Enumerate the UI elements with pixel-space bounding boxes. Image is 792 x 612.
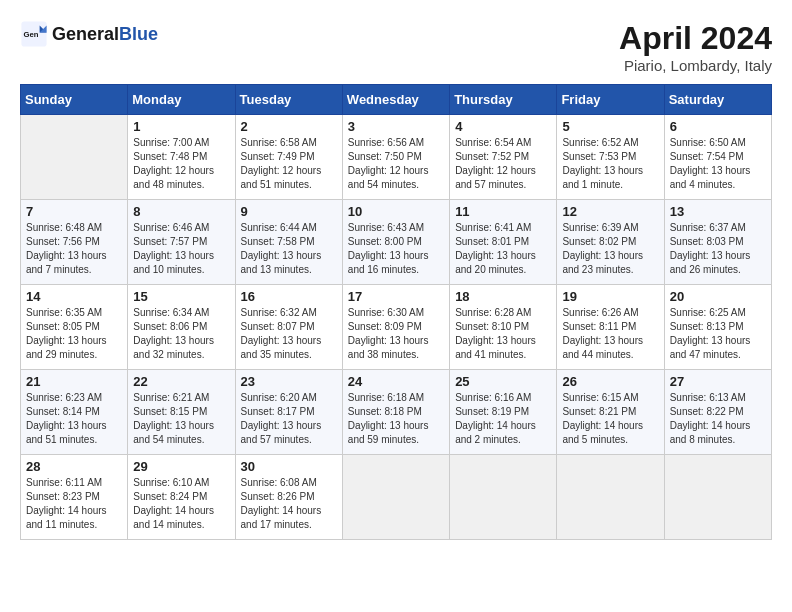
- day-info: Sunrise: 6:08 AMSunset: 8:26 PMDaylight:…: [241, 476, 337, 532]
- day-number: 23: [241, 374, 337, 389]
- day-info: Sunrise: 6:39 AMSunset: 8:02 PMDaylight:…: [562, 221, 658, 277]
- week-row-1: 7 Sunrise: 6:48 AMSunset: 7:56 PMDayligh…: [21, 200, 772, 285]
- day-number: 3: [348, 119, 444, 134]
- day-info: Sunrise: 6:54 AMSunset: 7:52 PMDaylight:…: [455, 136, 551, 192]
- day-cell: 23 Sunrise: 6:20 AMSunset: 8:17 PMDaylig…: [235, 370, 342, 455]
- day-info: Sunrise: 6:21 AMSunset: 8:15 PMDaylight:…: [133, 391, 229, 447]
- day-cell: 2 Sunrise: 6:58 AMSunset: 7:49 PMDayligh…: [235, 115, 342, 200]
- day-info: Sunrise: 6:28 AMSunset: 8:10 PMDaylight:…: [455, 306, 551, 362]
- header-area: Gen GeneralBlue April 2024 Piario, Lomba…: [20, 20, 772, 74]
- day-cell: [342, 455, 449, 540]
- day-cell: 7 Sunrise: 6:48 AMSunset: 7:56 PMDayligh…: [21, 200, 128, 285]
- day-number: 24: [348, 374, 444, 389]
- day-number: 29: [133, 459, 229, 474]
- day-info: Sunrise: 6:23 AMSunset: 8:14 PMDaylight:…: [26, 391, 122, 447]
- day-info: Sunrise: 6:32 AMSunset: 8:07 PMDaylight:…: [241, 306, 337, 362]
- logo-icon: Gen: [20, 20, 48, 48]
- header-cell-friday: Friday: [557, 85, 664, 115]
- day-number: 17: [348, 289, 444, 304]
- day-info: Sunrise: 6:10 AMSunset: 8:24 PMDaylight:…: [133, 476, 229, 532]
- header-cell-thursday: Thursday: [450, 85, 557, 115]
- day-cell: 9 Sunrise: 6:44 AMSunset: 7:58 PMDayligh…: [235, 200, 342, 285]
- day-cell: [664, 455, 771, 540]
- day-number: 9: [241, 204, 337, 219]
- day-number: 22: [133, 374, 229, 389]
- day-cell: 17 Sunrise: 6:30 AMSunset: 8:09 PMDaylig…: [342, 285, 449, 370]
- day-number: 21: [26, 374, 122, 389]
- day-info: Sunrise: 6:26 AMSunset: 8:11 PMDaylight:…: [562, 306, 658, 362]
- day-info: Sunrise: 6:48 AMSunset: 7:56 PMDaylight:…: [26, 221, 122, 277]
- day-number: 4: [455, 119, 551, 134]
- header-cell-wednesday: Wednesday: [342, 85, 449, 115]
- header-cell-tuesday: Tuesday: [235, 85, 342, 115]
- week-row-0: 1 Sunrise: 7:00 AMSunset: 7:48 PMDayligh…: [21, 115, 772, 200]
- day-info: Sunrise: 6:41 AMSunset: 8:01 PMDaylight:…: [455, 221, 551, 277]
- calendar-table: SundayMondayTuesdayWednesdayThursdayFrid…: [20, 84, 772, 540]
- day-number: 1: [133, 119, 229, 134]
- day-number: 25: [455, 374, 551, 389]
- day-info: Sunrise: 6:16 AMSunset: 8:19 PMDaylight:…: [455, 391, 551, 447]
- day-cell: 5 Sunrise: 6:52 AMSunset: 7:53 PMDayligh…: [557, 115, 664, 200]
- day-cell: 6 Sunrise: 6:50 AMSunset: 7:54 PMDayligh…: [664, 115, 771, 200]
- day-cell: 24 Sunrise: 6:18 AMSunset: 8:18 PMDaylig…: [342, 370, 449, 455]
- day-info: Sunrise: 6:25 AMSunset: 8:13 PMDaylight:…: [670, 306, 766, 362]
- day-cell: 26 Sunrise: 6:15 AMSunset: 8:21 PMDaylig…: [557, 370, 664, 455]
- day-cell: 12 Sunrise: 6:39 AMSunset: 8:02 PMDaylig…: [557, 200, 664, 285]
- day-info: Sunrise: 6:44 AMSunset: 7:58 PMDaylight:…: [241, 221, 337, 277]
- day-number: 2: [241, 119, 337, 134]
- day-cell: [557, 455, 664, 540]
- day-cell: 15 Sunrise: 6:34 AMSunset: 8:06 PMDaylig…: [128, 285, 235, 370]
- svg-text:Gen: Gen: [24, 30, 39, 39]
- day-info: Sunrise: 6:15 AMSunset: 8:21 PMDaylight:…: [562, 391, 658, 447]
- day-cell: 10 Sunrise: 6:43 AMSunset: 8:00 PMDaylig…: [342, 200, 449, 285]
- day-cell: 3 Sunrise: 6:56 AMSunset: 7:50 PMDayligh…: [342, 115, 449, 200]
- day-cell: 19 Sunrise: 6:26 AMSunset: 8:11 PMDaylig…: [557, 285, 664, 370]
- day-cell: 11 Sunrise: 6:41 AMSunset: 8:01 PMDaylig…: [450, 200, 557, 285]
- day-number: 18: [455, 289, 551, 304]
- day-cell: [21, 115, 128, 200]
- day-number: 28: [26, 459, 122, 474]
- day-number: 5: [562, 119, 658, 134]
- day-cell: 4 Sunrise: 6:54 AMSunset: 7:52 PMDayligh…: [450, 115, 557, 200]
- day-info: Sunrise: 6:37 AMSunset: 8:03 PMDaylight:…: [670, 221, 766, 277]
- day-info: Sunrise: 6:35 AMSunset: 8:05 PMDaylight:…: [26, 306, 122, 362]
- week-row-3: 21 Sunrise: 6:23 AMSunset: 8:14 PMDaylig…: [21, 370, 772, 455]
- header-cell-monday: Monday: [128, 85, 235, 115]
- day-number: 7: [26, 204, 122, 219]
- day-number: 8: [133, 204, 229, 219]
- day-cell: 30 Sunrise: 6:08 AMSunset: 8:26 PMDaylig…: [235, 455, 342, 540]
- location-subtitle: Piario, Lombardy, Italy: [619, 57, 772, 74]
- day-cell: 18 Sunrise: 6:28 AMSunset: 8:10 PMDaylig…: [450, 285, 557, 370]
- day-info: Sunrise: 7:00 AMSunset: 7:48 PMDaylight:…: [133, 136, 229, 192]
- day-cell: 13 Sunrise: 6:37 AMSunset: 8:03 PMDaylig…: [664, 200, 771, 285]
- day-cell: 1 Sunrise: 7:00 AMSunset: 7:48 PMDayligh…: [128, 115, 235, 200]
- day-info: Sunrise: 6:50 AMSunset: 7:54 PMDaylight:…: [670, 136, 766, 192]
- title-area: April 2024 Piario, Lombardy, Italy: [619, 20, 772, 74]
- day-info: Sunrise: 6:58 AMSunset: 7:49 PMDaylight:…: [241, 136, 337, 192]
- day-number: 30: [241, 459, 337, 474]
- day-number: 10: [348, 204, 444, 219]
- day-info: Sunrise: 6:11 AMSunset: 8:23 PMDaylight:…: [26, 476, 122, 532]
- day-number: 19: [562, 289, 658, 304]
- month-title: April 2024: [619, 20, 772, 57]
- day-info: Sunrise: 6:56 AMSunset: 7:50 PMDaylight:…: [348, 136, 444, 192]
- day-info: Sunrise: 6:34 AMSunset: 8:06 PMDaylight:…: [133, 306, 229, 362]
- day-info: Sunrise: 6:20 AMSunset: 8:17 PMDaylight:…: [241, 391, 337, 447]
- day-number: 16: [241, 289, 337, 304]
- day-info: Sunrise: 6:30 AMSunset: 8:09 PMDaylight:…: [348, 306, 444, 362]
- header-cell-saturday: Saturday: [664, 85, 771, 115]
- logo: Gen GeneralBlue: [20, 20, 158, 48]
- day-cell: 20 Sunrise: 6:25 AMSunset: 8:13 PMDaylig…: [664, 285, 771, 370]
- day-info: Sunrise: 6:46 AMSunset: 7:57 PMDaylight:…: [133, 221, 229, 277]
- day-info: Sunrise: 6:43 AMSunset: 8:00 PMDaylight:…: [348, 221, 444, 277]
- day-cell: 14 Sunrise: 6:35 AMSunset: 8:05 PMDaylig…: [21, 285, 128, 370]
- day-number: 20: [670, 289, 766, 304]
- day-number: 26: [562, 374, 658, 389]
- day-cell: 16 Sunrise: 6:32 AMSunset: 8:07 PMDaylig…: [235, 285, 342, 370]
- day-info: Sunrise: 6:52 AMSunset: 7:53 PMDaylight:…: [562, 136, 658, 192]
- week-row-4: 28 Sunrise: 6:11 AMSunset: 8:23 PMDaylig…: [21, 455, 772, 540]
- day-cell: 28 Sunrise: 6:11 AMSunset: 8:23 PMDaylig…: [21, 455, 128, 540]
- day-number: 27: [670, 374, 766, 389]
- day-number: 15: [133, 289, 229, 304]
- day-number: 13: [670, 204, 766, 219]
